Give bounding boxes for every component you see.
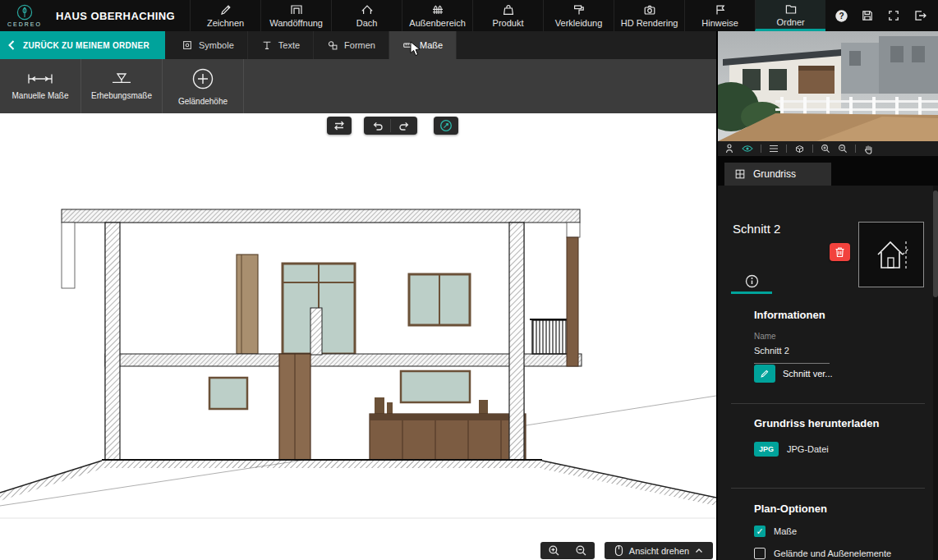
tab-grundriss[interactable]: Grundriss [724, 163, 831, 186]
checkbox-gelaende[interactable]: Gelände und Außenelemente [754, 548, 891, 559]
cedreo-logo[interactable]: CEDREO [0, 0, 49, 31]
checkbox-checked-icon: ✓ [754, 526, 766, 537]
tab-symbole[interactable]: Symbole [168, 31, 248, 59]
panel-body: Schnitt 2 Informationen Name Schnit [718, 186, 938, 560]
nav-item-verkleidung[interactable]: Verkleidung [543, 0, 614, 31]
layers-list-icon[interactable] [769, 145, 779, 153]
roof-icon [361, 3, 374, 16]
tab-texte[interactable]: Texte [248, 31, 314, 59]
delete-section-button[interactable] [830, 243, 850, 261]
divider [786, 145, 787, 153]
section-thumbnail[interactable] [858, 222, 924, 287]
fence-icon [431, 3, 444, 16]
drawing-canvas[interactable]: Ansicht drehen [0, 113, 716, 560]
3d-preview-viewport[interactable] [718, 31, 938, 141]
nav-item-zeichnen[interactable]: Zeichnen [190, 0, 260, 31]
undo-button[interactable] [364, 117, 390, 135]
nav-item-wandoeffnung[interactable]: Wandöffnung [260, 0, 331, 31]
floorplan-grid-icon [734, 168, 746, 180]
project-title: HAUS OBERHACHING [49, 0, 190, 31]
flag-icon [714, 3, 727, 16]
divider [731, 403, 925, 404]
scrollbar-thumb[interactable] [933, 190, 938, 297]
checkbox-unchecked-icon [754, 548, 766, 559]
visibility-eye-icon[interactable] [742, 145, 753, 153]
tab-formen[interactable]: Formen [314, 31, 389, 59]
shapes-icon [327, 39, 338, 51]
app-window: CEDREO HAUS OBERHACHING Zeichnen Wandöff… [0, 0, 938, 560]
fullscreen-button[interactable] [881, 0, 907, 31]
undo-redo-group [364, 117, 417, 135]
help-button[interactable]: ? [828, 0, 854, 31]
compass-button[interactable] [434, 117, 458, 135]
info-icon [745, 274, 759, 288]
tool-manuelle-masse[interactable]: Manuelle Maße [0, 59, 81, 113]
top-bar: CEDREO HAUS OBERHACHING Zeichnen Wandöff… [0, 0, 938, 31]
svg-text:?: ? [839, 11, 844, 21]
informationen-heading: Informationen [754, 309, 825, 321]
name-label: Name [754, 332, 776, 341]
circle-plus-icon [191, 67, 215, 91]
rotate-view-button[interactable]: Ansicht drehen [605, 542, 713, 559]
divider [761, 145, 761, 153]
tool-gelaendehoehe[interactable]: Geländehöhe [163, 59, 244, 113]
paint-roller-icon [572, 3, 586, 16]
exit-button[interactable] [907, 0, 933, 31]
pencil-icon [219, 3, 232, 16]
nav-item-hd-rendering[interactable]: HD Rendering [614, 0, 684, 31]
folder-icon [784, 2, 798, 16]
nav-item-aussenbereich[interactable]: Außenbereich [402, 0, 472, 31]
zoom-out-button[interactable] [568, 542, 595, 559]
chevron-left-icon [8, 40, 15, 50]
divider [855, 145, 856, 153]
dimension-line-icon [26, 72, 54, 85]
level-triangle-icon [111, 72, 132, 85]
nav-item-hinweise[interactable]: Hinweise [684, 0, 755, 31]
ruler-icon [402, 39, 414, 51]
3d-render [718, 31, 938, 141]
nav-item-ordner[interactable]: Ordner [755, 0, 825, 31]
section-drawing [0, 113, 716, 560]
house-section-icon [867, 230, 916, 279]
top-nav: Zeichnen Wandöffnung Dach Außenbereich P… [190, 0, 825, 31]
panel-scrollbar [933, 186, 938, 560]
section-title: Schnitt 2 [733, 222, 780, 236]
zoom-in-button[interactable] [540, 542, 568, 559]
name-input[interactable]: Schnitt 2 [754, 342, 830, 364]
chevron-up-icon [695, 548, 703, 553]
preview-toolbar [718, 141, 938, 156]
preview-zoom-out-icon[interactable] [838, 144, 848, 154]
text-icon [261, 39, 273, 51]
dimension-tools-bar: Manuelle Maße Erhebungsmaße Geländehöhe [0, 59, 716, 113]
pan-hand-icon[interactable] [863, 144, 873, 154]
camera-icon [643, 3, 656, 16]
walkthrough-person-icon[interactable] [724, 144, 734, 154]
preview-zoom-in-icon[interactable] [821, 144, 830, 154]
cedreo-logo-text: CEDREO [7, 21, 42, 27]
plan-tabs: Symbole Texte Formen Maße [168, 31, 457, 59]
cedreo-logo-icon [16, 4, 33, 21]
back-to-folder-button[interactable]: ZURÜCK ZU MEINEM ORDNER [0, 31, 165, 59]
divider [812, 145, 813, 153]
info-tab[interactable] [731, 271, 772, 294]
redo-button[interactable] [391, 117, 417, 135]
bag-icon [502, 3, 515, 16]
nav-item-dach[interactable]: Dach [331, 0, 402, 31]
divider [731, 488, 925, 489]
save-button[interactable] [854, 0, 881, 31]
tool-erhebungsmasse[interactable]: Erhebungsmaße [81, 59, 163, 113]
download-jpg-button[interactable]: JPG JPG-Datei [754, 442, 829, 457]
tab-masse[interactable]: Maße [389, 31, 457, 59]
plan-options-heading: Plan-Optionen [754, 503, 827, 515]
rename-section-button[interactable]: Schnitt ver... [754, 365, 833, 383]
nav-item-produkt[interactable]: Produkt [472, 0, 543, 31]
download-heading: Grundriss herunterladen [754, 417, 879, 429]
swap-view-button[interactable] [327, 117, 352, 135]
jpg-badge: JPG [754, 442, 779, 457]
wall-opening-icon [290, 3, 303, 16]
top-actions: ? [828, 0, 938, 31]
checkbox-masse[interactable]: ✓ Maße [754, 526, 797, 537]
zoom-controls [540, 542, 595, 559]
orbit-cube-icon[interactable] [794, 144, 805, 154]
mouse-icon [614, 544, 623, 557]
